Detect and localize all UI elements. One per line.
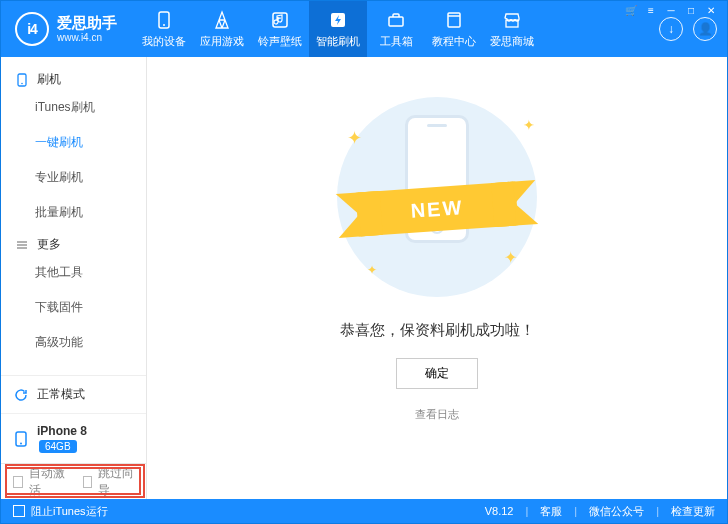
- svg-rect-4: [389, 17, 403, 26]
- book-icon: [444, 10, 464, 30]
- nav-device[interactable]: 我的设备: [135, 1, 193, 57]
- brand-name: 爱思助手: [57, 15, 117, 32]
- auto-activate-checkbox[interactable]: 自动激活: [13, 465, 65, 499]
- wechat-link[interactable]: 微信公众号: [589, 504, 644, 519]
- maximize-btn[interactable]: □: [683, 3, 699, 17]
- main-content: ✦ ✦ ✦ ✦ NEW 恭喜您，保资料刷机成功啦！ 确定 查看日志: [147, 57, 727, 499]
- nav-toolbox[interactable]: 工具箱: [367, 1, 425, 57]
- success-illustration: ✦ ✦ ✦ ✦ NEW: [327, 97, 547, 297]
- sidebar: 刷机iTunes刷机一键刷机专业刷机批量刷机更多其他工具下载固件高级功能 正常模…: [1, 57, 147, 499]
- nav-book[interactable]: 教程中心: [425, 1, 483, 57]
- skip-wizard-checkbox[interactable]: 跳过向导: [83, 465, 135, 499]
- sidebar-item[interactable]: 专业刷机: [1, 160, 146, 195]
- view-log-link[interactable]: 查看日志: [415, 407, 459, 422]
- sidebar-group-header[interactable]: 刷机: [1, 65, 146, 90]
- sidebar-item[interactable]: 一键刷机: [1, 125, 146, 160]
- connected-device[interactable]: iPhone 8 64GB: [1, 413, 146, 463]
- group-title: 更多: [37, 236, 61, 253]
- star-icon: ✦: [523, 117, 535, 133]
- download-button[interactable]: ↓: [659, 17, 683, 41]
- sidebar-item[interactable]: iTunes刷机: [1, 90, 146, 125]
- nav-music[interactable]: 铃声壁纸: [251, 1, 309, 57]
- svg-point-1: [163, 24, 165, 26]
- version-label: V8.12: [485, 505, 514, 517]
- cart-icon[interactable]: 🛒: [623, 3, 639, 17]
- device-storage-badge: 64GB: [39, 440, 77, 453]
- sidebar-item[interactable]: 高级功能: [1, 325, 146, 360]
- sidebar-item[interactable]: 下载固件: [1, 290, 146, 325]
- nav-label: 工具箱: [380, 34, 413, 49]
- svg-point-14: [20, 442, 22, 444]
- nav-apps[interactable]: 应用游戏: [193, 1, 251, 57]
- top-nav: 我的设备应用游戏铃声壁纸智能刷机工具箱教程中心爱思商城: [135, 1, 541, 57]
- toolbox-icon: [386, 10, 406, 30]
- phone-icon: [13, 431, 29, 447]
- device-name: iPhone 8: [37, 424, 87, 438]
- success-message: 恭喜您，保资料刷机成功啦！: [340, 321, 535, 340]
- star-icon: ✦: [367, 263, 377, 277]
- support-link[interactable]: 客服: [540, 504, 562, 519]
- sidebar-item[interactable]: 批量刷机: [1, 195, 146, 230]
- star-icon: ✦: [504, 248, 517, 267]
- nav-label: 智能刷机: [316, 34, 360, 49]
- flash-options-row: 自动激活 跳过向导: [1, 463, 146, 499]
- brand-url: www.i4.cn: [57, 32, 117, 43]
- star-icon: ✦: [347, 127, 362, 149]
- group-icon: [15, 73, 29, 87]
- device-mode[interactable]: 正常模式: [1, 376, 146, 413]
- store-icon: [502, 10, 522, 30]
- nav-label: 应用游戏: [200, 34, 244, 49]
- skip-wizard-label: 跳过向导: [98, 465, 134, 499]
- svg-point-9: [21, 82, 23, 84]
- nav-label: 爱思商城: [490, 34, 534, 49]
- block-itunes-label: 阻止iTunes运行: [31, 504, 108, 519]
- minimize-btn[interactable]: ─: [663, 3, 679, 17]
- device-icon: [154, 10, 174, 30]
- sidebar-group-header[interactable]: 更多: [1, 230, 146, 255]
- nav-flash[interactable]: 智能刷机: [309, 1, 367, 57]
- music-icon: [270, 10, 290, 30]
- nav-label: 铃声壁纸: [258, 34, 302, 49]
- menu-icon[interactable]: ≡: [643, 3, 659, 17]
- svg-rect-5: [448, 13, 460, 27]
- auto-activate-label: 自动激活: [29, 465, 65, 499]
- group-icon: [15, 238, 29, 252]
- status-bar: 阻止iTunes运行 V8.12 | 客服 | 微信公众号 | 检查更新: [1, 499, 727, 523]
- mode-label: 正常模式: [37, 386, 85, 403]
- confirm-button[interactable]: 确定: [396, 358, 478, 389]
- user-button[interactable]: 👤: [693, 17, 717, 41]
- flash-icon: [328, 10, 348, 30]
- group-title: 刷机: [37, 71, 61, 88]
- sidebar-item[interactable]: 其他工具: [1, 255, 146, 290]
- close-btn[interactable]: ✕: [703, 3, 719, 17]
- brand-logo: i4 爱思助手 www.i4.cn: [15, 12, 117, 46]
- nav-label: 教程中心: [432, 34, 476, 49]
- logo-icon: i4: [15, 12, 49, 46]
- titlebar: i4 爱思助手 www.i4.cn 我的设备应用游戏铃声壁纸智能刷机工具箱教程中…: [1, 1, 727, 57]
- refresh-icon: [13, 387, 29, 403]
- nav-label: 我的设备: [142, 34, 186, 49]
- nav-store[interactable]: 爱思商城: [483, 1, 541, 57]
- check-update-link[interactable]: 检查更新: [671, 504, 715, 519]
- apps-icon: [212, 10, 232, 30]
- block-itunes-checkbox[interactable]: 阻止iTunes运行: [13, 504, 108, 519]
